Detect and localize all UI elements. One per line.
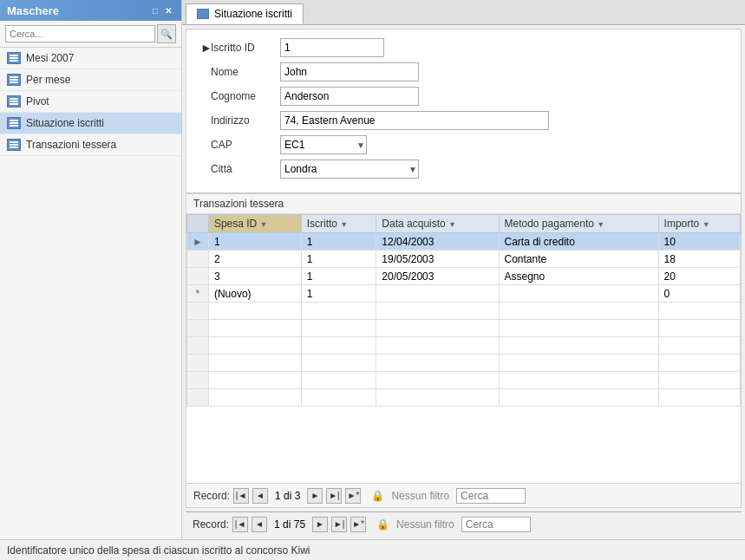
indirizzo-label: Indirizzo [211,114,280,127]
sidebar-item-situazione[interactable]: Situazione iscritti [0,113,181,134]
cell-spesa-id-1[interactable]: 2 [208,251,301,268]
cell-importo-1: 18 [658,251,740,268]
search-input[interactable] [5,25,155,42]
cognome-label: Cognome [211,90,280,102]
cell-spesa-id-new[interactable]: (Nuovo) [208,285,301,303]
sidebar-item-label-permese: Per mese [26,74,70,86]
tab-label: Situazione iscritti [214,8,292,20]
status-text: Identificatore unico della spesa di cias… [7,544,310,557]
inner-no-filter: Nessun filtro [391,490,449,502]
sidebar-item-mesi2007[interactable]: Mesi 2007 [0,48,181,69]
cell-data-new [376,285,499,303]
outer-nav-prev[interactable]: ◄ [252,517,267,532]
table-new-row[interactable]: * (Nuovo) 1 0 [187,285,741,303]
table-empty-row [187,320,741,337]
indirizzo-input[interactable] [280,111,549,130]
sidebar-item-permese[interactable]: Per mese [0,69,181,91]
citta-select[interactable]: Londra [280,160,419,179]
cell-spesa-id-0[interactable]: 1 [208,233,301,251]
cell-iscritto-1: 1 [301,251,376,268]
outer-search-input[interactable] [461,517,531,532]
col-header-iscritto[interactable]: Iscritto [301,215,376,233]
inner-filter-label: 🔒 [371,490,384,502]
form-arrow: ► [200,41,211,55]
sidebar: Maschere □ ✕ 🔍 Mesi 2007 Per mese [0,0,182,539]
sidebar-header: Maschere □ ✕ [0,0,181,21]
transactions-section-header: Transazioni tessera [186,194,741,214]
table-header-row: Spesa ID Iscritto Data acquisto Metodo p… [187,215,741,233]
iscritto-id-label: Iscritto ID [211,42,280,54]
sidebar-title: Maschere [7,4,59,17]
col-header-importo[interactable]: Importo [658,215,740,233]
cap-select-wrapper: EC1 ▼ [280,135,367,154]
form-icon-situazione [7,117,21,129]
cap-label: CAP [211,139,280,151]
outer-filter-label: 🔒 [376,518,389,531]
sidebar-item-label-pivot: Pivot [26,95,49,107]
inner-nav-prev[interactable]: ◄ [252,488,268,504]
col-header-metodo[interactable]: Metodo pagamento [499,215,658,233]
row-indicator-0: ► [187,233,209,251]
inner-nav-first[interactable]: |◄ [233,488,249,504]
cell-metodo-0: Carta di credito [499,233,658,251]
row-indicator-1 [187,251,209,268]
cell-spesa-id-2[interactable]: 3 [208,268,301,285]
app-container: Maschere □ ✕ 🔍 Mesi 2007 Per mese [0,0,745,560]
form-row-id: ► Iscritto ID [200,38,727,57]
tab-situazione[interactable]: Situazione iscritti [186,3,304,24]
cell-importo-new: 0 [658,285,740,303]
form-icon-permese [7,74,21,86]
search-button[interactable]: 🔍 [157,24,176,43]
cap-select[interactable]: EC1 [280,135,367,154]
outer-nav-last[interactable]: ►| [331,517,347,532]
cell-metodo-1: Contante [499,251,658,268]
cell-data-2: 20/05/2003 [376,268,499,285]
sidebar-item-label-transazioni: Transazioni tessera [26,139,116,151]
citta-label: Città [211,163,280,175]
table-row[interactable]: 3 1 20/05/2003 Assegno 20 [187,268,741,285]
table-empty-row [187,372,741,389]
cell-metodo-2: Assegno [499,268,658,285]
cognome-input[interactable] [280,87,419,106]
cell-iscritto-2: 1 [301,268,376,285]
table-empty-row [187,355,741,372]
cell-metodo-new [499,285,658,303]
inner-nav-info: 1 di 3 [275,490,300,502]
inner-nav-next[interactable]: ► [307,488,323,504]
cell-importo-0: 10 [658,233,740,251]
form-panel: ► Iscritto ID Nome Cognome Indirizzo [186,29,742,193]
outer-no-filter: Nessun filtro [396,518,454,531]
cell-importo-2: 20 [658,268,740,285]
new-row-indicator: * [187,285,209,303]
table-row[interactable]: 2 1 19/05/2003 Contante 18 [187,251,741,268]
sidebar-item-label-situazione: Situazione iscritti [26,117,104,129]
status-bar: Identificatore unico della spesa di cias… [0,539,745,560]
sidebar-item-pivot[interactable]: Pivot [0,91,181,113]
col-header-data[interactable]: Data acquisto [376,215,499,233]
iscritto-id-input[interactable] [280,38,384,57]
sidebar-item-transazioni[interactable]: Transazioni tessera [0,134,181,156]
content-area: Situazione iscritti ► Iscritto ID Nome [182,0,745,539]
row-indicator-header [187,215,209,233]
inner-search-input[interactable] [456,488,526,504]
transactions-table: Spesa ID Iscritto Data acquisto Metodo p… [186,214,741,407]
col-header-spesa-id[interactable]: Spesa ID [208,215,301,233]
sidebar-close-icon[interactable]: ✕ [162,5,174,16]
outer-nav-new[interactable]: ►* [350,517,366,532]
sidebar-search-bar: 🔍 [0,21,181,48]
form-icon-transazioni [7,139,21,151]
inner-record-nav: Record: |◄ ◄ 1 di 3 ► ►| ►* 🔒 Nessun fil… [186,483,741,507]
outer-nav-first[interactable]: |◄ [232,517,248,532]
cell-data-1: 19/05/2003 [376,251,499,268]
inner-nav-new[interactable]: ►* [345,488,361,504]
row-indicator-2 [187,268,209,285]
table-row[interactable]: ► 1 1 12/04/2003 Carta di credito 10 [187,233,741,251]
form-row-citta: Città Londra ▼ [200,160,727,179]
inner-nav-last[interactable]: ►| [326,488,342,504]
outer-nav-info: 1 di 75 [274,518,305,531]
form-row-nome: Nome [200,62,727,81]
outer-nav-next[interactable]: ► [312,517,328,532]
sidebar-expand-icon[interactable]: □ [150,5,160,16]
tab-icon [197,9,209,19]
nome-input[interactable] [280,62,419,81]
